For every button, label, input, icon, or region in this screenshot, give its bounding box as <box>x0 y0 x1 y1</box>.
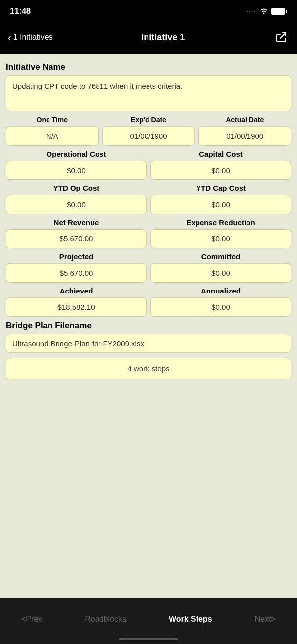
cost-row: Operational Cost $0.00 Capital Cost $0.0… <box>6 150 291 180</box>
achieved-field[interactable]: $18,582.10 <box>6 297 147 317</box>
expd-date-field[interactable]: 01/00/1900 <box>102 126 195 146</box>
ytd-op-cost-field[interactable]: $0.00 <box>6 195 147 214</box>
capital-cost-field[interactable]: $0.00 <box>150 161 291 180</box>
projected-field[interactable]: $5,670.00 <box>6 263 147 283</box>
operational-cost-field[interactable]: $0.00 <box>6 161 147 180</box>
tab-next[interactable]: Next> <box>249 613 282 626</box>
committed-field[interactable]: $0.00 <box>150 263 291 283</box>
net-revenue-label: Net Revenue <box>54 218 99 227</box>
signal-icon: ···· <box>247 9 256 14</box>
achieved-col: Achieved $18,582.10 <box>6 287 147 317</box>
bridge-plan-field[interactable]: Ultrasound-Bridge-Plan-for-FY2009.xlsx <box>6 334 291 353</box>
operational-cost-col: Operational Cost $0.00 <box>6 150 147 180</box>
tab-bar: <Prev Roadblocks Work Steps Next> <box>0 598 297 638</box>
revenue-row: Net Revenue $5,670.00 Expense Reduction … <box>6 218 291 248</box>
capital-cost-col: Capital Cost $0.00 <box>150 150 291 180</box>
initiative-name-field[interactable]: Updating CPT code to 76811 when it meets… <box>6 75 291 111</box>
nav-bar: ‹ 1 Initiatives Initiative 1 <box>0 22 297 54</box>
actual-date-label: Actual Date <box>226 116 264 124</box>
projected-col: Projected $5,670.00 <box>6 252 147 283</box>
net-revenue-col: Net Revenue $5,670.00 <box>6 218 147 248</box>
status-bar: 11:48 ···· <box>0 0 297 22</box>
actual-date-col: Actual Date 01/00/1900 <box>198 116 291 146</box>
share-button[interactable] <box>273 29 289 45</box>
date-row: One Time N/A Exp'd Date 01/00/1900 Actua… <box>6 116 291 146</box>
main-content: Initiative Name Updating CPT code to 768… <box>0 54 297 598</box>
committed-label: Committed <box>201 252 240 261</box>
annualized-label: Annualized <box>201 287 241 295</box>
capital-cost-label: Capital Cost <box>199 150 243 158</box>
actual-date-field[interactable]: 01/00/1900 <box>198 126 291 146</box>
achieved-row: Achieved $18,582.10 Annualized $0.00 <box>6 287 291 317</box>
expense-reduction-label: Expense Reduction <box>186 218 255 227</box>
share-icon <box>275 31 287 43</box>
ytd-cost-row: YTD Op Cost $0.00 YTD Cap Cost $0.00 <box>6 184 291 214</box>
battery-icon <box>271 8 287 15</box>
projected-label: Projected <box>59 252 93 261</box>
projected-row: Projected $5,670.00 Committed $0.00 <box>6 252 291 283</box>
status-icons: ···· <box>247 7 287 16</box>
ytd-op-cost-col: YTD Op Cost $0.00 <box>6 184 147 214</box>
initiative-name-label: Initiative Name <box>6 62 291 72</box>
achieved-label: Achieved <box>60 287 93 295</box>
ytd-cap-cost-label: YTD Cap Cost <box>196 184 246 192</box>
wifi-icon <box>259 7 268 16</box>
operational-cost-label: Operational Cost <box>47 150 106 158</box>
nav-title: Initiative 1 <box>141 32 185 43</box>
work-steps-button[interactable]: 4 work-steps <box>6 358 291 379</box>
back-chevron-icon: ‹ <box>8 32 11 42</box>
committed-col: Committed $0.00 <box>150 252 291 283</box>
tab-prev[interactable]: <Prev <box>15 613 48 626</box>
ytd-cap-cost-field[interactable]: $0.00 <box>150 195 291 214</box>
status-time: 11:48 <box>10 6 31 16</box>
home-indicator <box>0 638 297 644</box>
back-button[interactable]: ‹ 1 Initiatives <box>8 32 53 42</box>
expense-reduction-col: Expense Reduction $0.00 <box>150 218 291 248</box>
annualized-col: Annualized $0.00 <box>150 287 291 317</box>
expd-date-col: Exp'd Date 01/00/1900 <box>102 116 195 146</box>
one-time-col: One Time N/A <box>6 116 99 146</box>
annualized-field[interactable]: $0.00 <box>150 297 291 317</box>
home-bar <box>119 638 178 640</box>
expense-reduction-field[interactable]: $0.00 <box>150 229 291 248</box>
bridge-plan-label: Bridge Plan Filename <box>6 321 291 331</box>
back-label: 1 Initiatives <box>13 33 53 42</box>
expd-date-label: Exp'd Date <box>131 116 166 124</box>
tab-work-steps[interactable]: Work Steps <box>163 613 218 626</box>
tab-roadblocks[interactable]: Roadblocks <box>79 613 132 626</box>
one-time-field[interactable]: N/A <box>6 126 99 146</box>
ytd-op-cost-label: YTD Op Cost <box>53 184 99 192</box>
net-revenue-field[interactable]: $5,670.00 <box>6 229 147 248</box>
one-time-label: One Time <box>37 116 68 124</box>
ytd-cap-cost-col: YTD Cap Cost $0.00 <box>150 184 291 214</box>
